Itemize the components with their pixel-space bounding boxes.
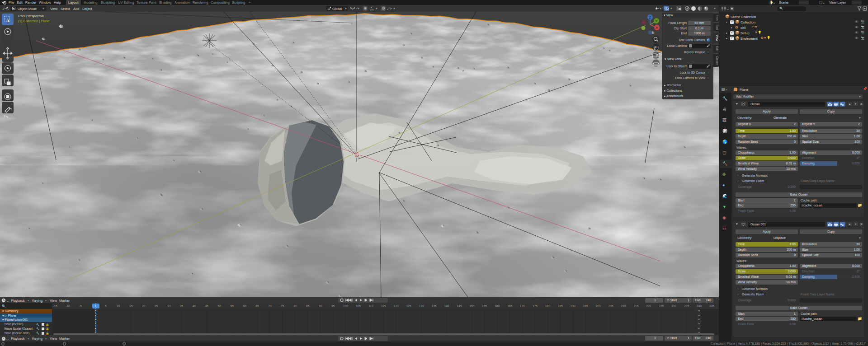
svg-text:X: X <box>656 26 658 30</box>
svg-text:Z: Z <box>649 15 651 19</box>
svg-text:Y: Y <box>655 19 658 23</box>
